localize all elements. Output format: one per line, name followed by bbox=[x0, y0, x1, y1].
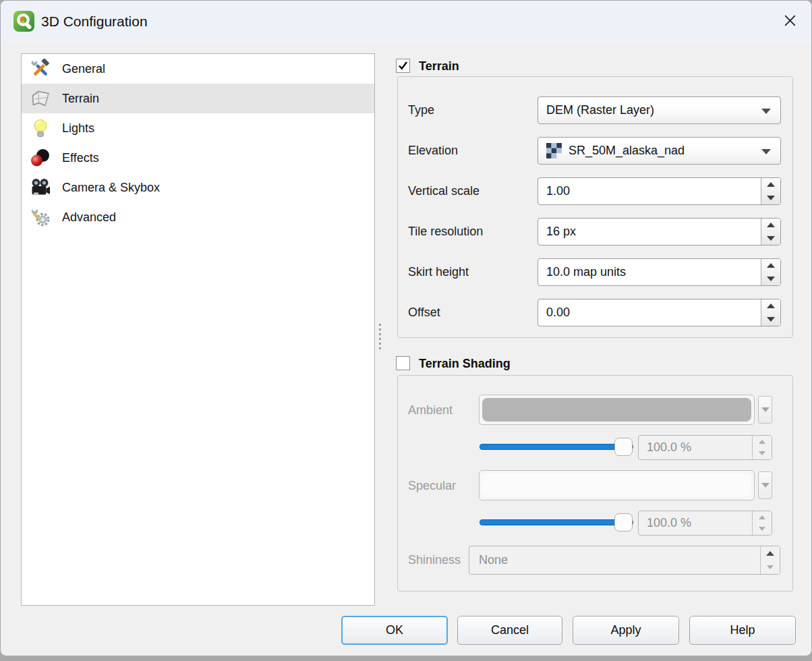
arrow-down-icon bbox=[759, 527, 765, 531]
window-title: 3D Configuration bbox=[41, 1, 148, 42]
ambient-intensity-slider bbox=[480, 438, 633, 456]
sidebar-item-label: Terrain bbox=[62, 92, 99, 106]
spin-up-button[interactable] bbox=[761, 299, 780, 313]
spheres-icon bbox=[30, 148, 51, 168]
bulb-icon bbox=[30, 118, 51, 138]
specular-intensity-value: 100.0 % bbox=[647, 511, 691, 535]
offset-spinbox[interactable]: 0.00 bbox=[538, 299, 781, 326]
3d-configuration-dialog: 3D Configuration General Terrain bbox=[0, 0, 812, 656]
spin-buttons bbox=[752, 436, 772, 459]
elevation-value: SR_50M_alaska_nad bbox=[569, 144, 685, 158]
specular-color-swatch bbox=[482, 473, 751, 497]
spin-buttons bbox=[761, 178, 780, 204]
cancel-button[interactable]: Cancel bbox=[457, 616, 562, 645]
shininess-spinbox: None bbox=[469, 546, 780, 575]
arrow-up-icon bbox=[766, 551, 774, 556]
raster-layer-icon bbox=[546, 143, 562, 159]
spin-down-button bbox=[753, 523, 772, 536]
checkmark-icon bbox=[397, 60, 409, 71]
tile-resolution-label: Tile resolution bbox=[408, 218, 483, 246]
terrain-shading-checkbox[interactable] bbox=[396, 356, 410, 370]
sidebar-item-camera-skybox[interactable]: Camera & Skybox bbox=[22, 173, 374, 202]
skirt-height-spinbox[interactable]: 10.0 map units bbox=[538, 258, 781, 286]
arrow-up-icon bbox=[767, 263, 775, 268]
sidebar-item-label: Lights bbox=[62, 121, 94, 136]
arrow-up-icon bbox=[767, 182, 775, 187]
map-icon bbox=[30, 88, 51, 109]
slider-handle bbox=[614, 438, 633, 456]
slider-handle bbox=[614, 513, 633, 531]
settings-category-list: General Terrain Lights bbox=[21, 53, 375, 606]
vertical-scale-label: Vertical scale bbox=[408, 177, 480, 205]
arrow-down-icon bbox=[767, 565, 774, 569]
spin-buttons bbox=[760, 546, 780, 574]
vertical-scale-spinbox[interactable]: 1.00 bbox=[538, 177, 781, 205]
slider-track bbox=[480, 519, 633, 525]
apply-button[interactable]: Apply bbox=[573, 616, 679, 645]
sidebar-item-label: Effects bbox=[62, 151, 99, 165]
tile-resolution-spinbox[interactable]: 16 px bbox=[538, 218, 781, 246]
arrow-up-icon bbox=[767, 223, 775, 227]
ambient-color-swatch bbox=[482, 398, 751, 422]
gear-wrench-icon bbox=[30, 207, 51, 227]
chevron-down-icon bbox=[761, 407, 770, 412]
arrow-up-icon bbox=[767, 304, 775, 308]
terrain-checkbox[interactable] bbox=[396, 59, 410, 73]
sidebar-item-effects[interactable]: Effects bbox=[22, 143, 374, 173]
arrow-up-icon bbox=[759, 515, 765, 519]
offset-value: 0.00 bbox=[546, 299, 570, 326]
type-combobox[interactable]: DEM (Raster Layer) bbox=[538, 96, 781, 124]
type-label: Type bbox=[408, 96, 434, 124]
spin-up-button[interactable] bbox=[761, 219, 780, 232]
spin-down-button[interactable] bbox=[761, 232, 780, 246]
spin-down-button[interactable] bbox=[761, 272, 780, 286]
specular-label: Specular bbox=[408, 471, 456, 500]
spin-down-button[interactable] bbox=[761, 313, 780, 326]
sidebar-item-terrain[interactable]: Terrain bbox=[22, 84, 374, 113]
spin-down-button[interactable] bbox=[761, 192, 780, 205]
spin-down-button bbox=[761, 561, 780, 575]
sidebar-item-lights[interactable]: Lights bbox=[22, 113, 374, 143]
spin-buttons bbox=[761, 219, 780, 245]
arrow-down-icon bbox=[767, 317, 775, 322]
specular-intensity-spinbox: 100.0 % bbox=[638, 511, 772, 536]
shininess-value: None bbox=[479, 546, 508, 574]
vertical-scale-value: 1.00 bbox=[546, 178, 570, 204]
arrow-down-icon bbox=[767, 236, 775, 241]
chevron-down-icon bbox=[761, 109, 771, 114]
close-icon bbox=[782, 13, 798, 31]
help-button[interactable]: Help bbox=[689, 616, 796, 645]
shininess-label: Shininess bbox=[408, 546, 461, 575]
chevron-down-icon bbox=[761, 483, 770, 488]
specular-intensity-slider bbox=[480, 513, 633, 531]
elevation-combobox[interactable]: SR_50M_alaska_nad bbox=[538, 137, 781, 165]
arrow-down-icon bbox=[767, 277, 775, 281]
terrain-shading-group-title: Terrain Shading bbox=[419, 349, 511, 378]
spin-up-button bbox=[753, 511, 772, 523]
spin-up-button[interactable] bbox=[761, 178, 780, 192]
spin-buttons bbox=[761, 259, 780, 285]
ambient-label: Ambient bbox=[408, 395, 453, 425]
chevron-down-icon bbox=[761, 149, 771, 154]
arrow-down-icon bbox=[759, 451, 765, 455]
spin-down-button bbox=[753, 448, 772, 460]
specular-color-menu-button bbox=[758, 471, 772, 499]
skirt-height-value: 10.0 map units bbox=[546, 259, 626, 285]
spin-up-button[interactable] bbox=[761, 259, 780, 272]
sidebar-item-advanced[interactable]: Advanced bbox=[22, 202, 374, 232]
spin-up-button bbox=[761, 546, 780, 561]
type-value: DEM (Raster Layer) bbox=[546, 103, 654, 117]
ambient-intensity-value: 100.0 % bbox=[647, 436, 691, 459]
spin-up-button bbox=[753, 436, 772, 448]
ambient-intensity-spinbox: 100.0 % bbox=[638, 435, 772, 460]
ambient-color-button bbox=[479, 395, 755, 425]
ok-button[interactable]: OK bbox=[341, 616, 448, 645]
sidebar-item-general[interactable]: General bbox=[22, 54, 374, 84]
close-button[interactable] bbox=[778, 9, 802, 34]
titlebar: 3D Configuration bbox=[1, 1, 811, 42]
arrow-down-icon bbox=[767, 196, 775, 200]
splitter-handle[interactable] bbox=[376, 322, 383, 351]
sidebar-item-label: General bbox=[62, 62, 105, 76]
spin-buttons bbox=[761, 299, 780, 326]
tools-icon bbox=[30, 59, 51, 79]
